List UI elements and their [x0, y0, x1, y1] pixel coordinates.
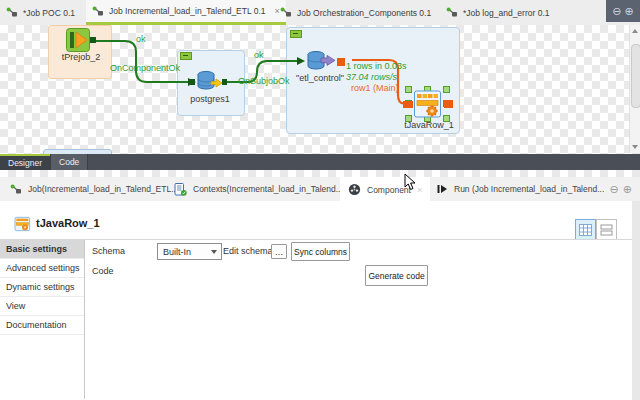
component-title: tJavaRow_1: [36, 217, 100, 229]
arrowhead-icon: [297, 57, 305, 65]
database-icon: [306, 50, 346, 74]
tab-label: Job(Incremental_load_in_Talend_ETL...: [28, 184, 178, 194]
tjavarow-icon: [403, 87, 453, 121]
job-icon: [10, 184, 22, 195]
list-view-toggle[interactable]: [596, 219, 617, 240]
schema-select-value: Built-In: [163, 247, 191, 257]
background-gap: [0, 170, 640, 177]
editor-tab-incremental-load[interactable]: Job Incremental_load_in_Talend_ETL 0.1 ×: [86, 0, 286, 25]
tab-label: Contexts(Incremental_load_in_Talend...: [193, 184, 343, 194]
edit-schema-button[interactable]: …: [271, 244, 287, 259]
sync-columns-button[interactable]: Sync columns: [291, 242, 350, 261]
code-label: Code: [92, 266, 114, 276]
job-icon: [280, 7, 292, 18]
scroll-down-icon[interactable]: [632, 145, 638, 149]
tab-run[interactable]: Run (Job Incremental_load_in_Talend...: [428, 177, 612, 201]
tab-code[interactable]: Code: [50, 154, 88, 170]
schema-select[interactable]: Built-In: [157, 243, 222, 260]
sidebar-item-dynamic-settings[interactable]: Dynamic settings: [0, 278, 84, 297]
tab-label: Code: [59, 157, 79, 167]
editor-tab-label: *Job log_and_error 0.1: [463, 8, 549, 18]
job-icon: [446, 7, 458, 18]
editor-view-controls: ⊖ ⊕: [606, 0, 640, 22]
sidebar-item-view[interactable]: View: [0, 297, 84, 316]
component-label[interactable]: postgres1: [190, 94, 230, 104]
editor-tab-label: Job Orchestration_Components 0.1: [297, 8, 431, 18]
link-label[interactable]: OnComponentOk: [110, 63, 180, 73]
row-stats: 1 rows in 0.03s: [346, 61, 407, 71]
component-icon: [348, 183, 361, 196]
link-status: ok: [254, 50, 264, 60]
generate-code-button[interactable]: Generate code: [365, 265, 428, 286]
tab-contexts[interactable]: Contexts(Incremental_load_in_Talend...: [166, 177, 351, 201]
designer-code-bar: Designer Code: [0, 154, 640, 170]
sidebar-item-basic-settings[interactable]: Basic settings: [0, 240, 84, 259]
component-label[interactable]: tJavaRow_1: [404, 120, 454, 130]
canvas-scrollbar[interactable]: [629, 25, 640, 153]
panel-scroll-track[interactable]: [632, 201, 640, 400]
scroll-up-icon[interactable]: [632, 29, 638, 33]
tjavarow-icon: [14, 216, 32, 232]
panel-view-controls: ⊖ ⊕: [610, 177, 632, 201]
talend-studio-window: *Job POC 0.1 Job Incremental_load_in_Tal…: [0, 0, 640, 400]
component-label[interactable]: "etl_control": [296, 73, 344, 83]
settings-sidebar: Basic settings Advanced settings Dynamic…: [0, 240, 85, 399]
scroll-thumb[interactable]: [631, 44, 640, 108]
sidebar-item-documentation[interactable]: Documentation: [0, 316, 84, 335]
component-etl-control[interactable]: [306, 50, 346, 74]
tab-job[interactable]: Job(Incremental_load_in_Talend_ETL...: [2, 177, 186, 201]
editor-tab-orchestration[interactable]: Job Orchestration_Components 0.1: [274, 0, 437, 25]
link-status: ok: [136, 34, 146, 44]
component-tjavarow[interactable]: [403, 86, 453, 122]
component-settings-panel: tJavaRow_1 Basic settings Advanced setti…: [0, 201, 640, 400]
component-label[interactable]: tPrejob_2: [62, 52, 101, 62]
sidebar-item-advanced-settings[interactable]: Advanced settings: [0, 259, 84, 278]
component-tprejob[interactable]: [66, 28, 98, 52]
row-rate: 37.04 rows/s: [346, 72, 397, 82]
editor-tab-label: Job Incremental_load_in_Talend_ETL 0.1: [109, 6, 266, 16]
schema-label: Schema: [92, 246, 125, 256]
contexts-icon: [174, 183, 187, 196]
maximize-view-icon[interactable]: ⊕: [623, 183, 632, 196]
tprejob-icon: [66, 28, 98, 52]
table-view-toggle[interactable]: [575, 219, 596, 240]
link-label[interactable]: OnSubjobOk: [238, 76, 290, 86]
editor-tab-job-poc[interactable]: *Job POC 0.1: [0, 0, 81, 25]
minimize-view-icon[interactable]: ⊖: [610, 183, 619, 196]
editor-tab-log-and-error[interactable]: *Job log_and_error 0.1: [440, 0, 555, 25]
chevron-down-icon: [211, 250, 217, 254]
mouse-cursor: [404, 173, 417, 192]
panel-tab-bar: Job(Incremental_load_in_Talend_ETL... Co…: [0, 177, 640, 202]
job-icon: [6, 7, 18, 18]
tab-label: Designer: [8, 158, 42, 168]
link-label[interactable]: row1 (Main): [351, 83, 399, 93]
editor-tab-bar: *Job POC 0.1 Job Incremental_load_in_Tal…: [0, 0, 640, 26]
job-icon: [92, 6, 104, 17]
database-icon: [196, 70, 223, 94]
job-design-canvas[interactable]: tPrejob_2 postgres1 "etl_control": [0, 25, 640, 154]
maximize-view-icon[interactable]: ⊕: [625, 5, 634, 18]
minimize-view-icon[interactable]: ⊖: [612, 5, 621, 18]
tab-label: Run (Job Incremental_load_in_Talend...: [454, 184, 604, 194]
tab-designer[interactable]: Designer: [0, 154, 50, 170]
divider: [0, 239, 640, 240]
edit-schema-label: Edit schema: [223, 246, 273, 256]
run-icon: [436, 183, 448, 195]
component-postgres[interactable]: [196, 70, 223, 94]
close-icon[interactable]: ×: [417, 185, 422, 195]
editor-tab-label: *Job POC 0.1: [23, 8, 75, 18]
oncomponentok-link[interactable]: [96, 41, 188, 82]
